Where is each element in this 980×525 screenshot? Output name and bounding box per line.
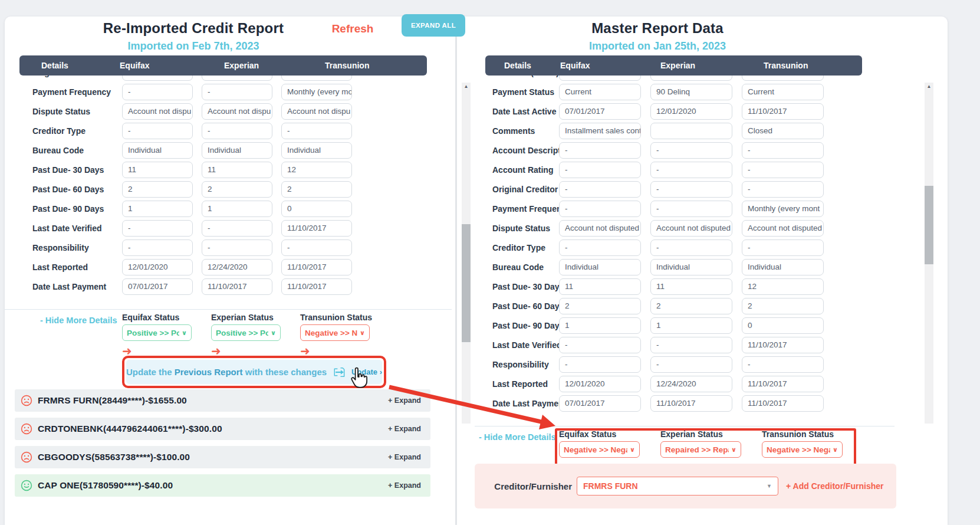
experian-cell-input[interactable]: 12/24/2020 <box>202 259 272 275</box>
equifax-cell-input[interactable]: 11 <box>122 162 193 178</box>
experian-cell-input[interactable]: - <box>202 76 272 81</box>
equifax-cell-input[interactable]: - <box>559 142 641 159</box>
equifax-cell-input[interactable]: 07/01/2017 <box>559 103 641 120</box>
experian-cell-input[interactable]: - <box>650 201 732 217</box>
experian-cell-input[interactable]: 11 <box>650 278 732 295</box>
hide-more-details-link[interactable]: - Hide More Details <box>479 432 556 442</box>
equifax-cell-input[interactable]: - <box>122 76 193 81</box>
transunion-cell-input[interactable]: Individual <box>742 259 824 275</box>
experian-cell-input[interactable]: - <box>650 239 732 256</box>
transunion-cell-input[interactable]: 11/10/2017 <box>742 395 824 412</box>
experian-cell-input[interactable]: 1 <box>202 201 272 217</box>
transunion-cell-input[interactable]: - <box>281 76 352 81</box>
transunion-cell-input[interactable]: 2 <box>281 181 352 198</box>
experian-cell-input[interactable]: - <box>650 337 732 353</box>
experian-cell-input[interactable]: 2 <box>202 181 272 198</box>
transunion-cell-input[interactable]: - <box>281 123 352 139</box>
account-row[interactable]: CRDTONEBNK(444796244061****)-$300.00 + E… <box>15 418 430 440</box>
equifax-cell-input[interactable]: - <box>559 181 641 198</box>
transunion-cell-input[interactable]: Current <box>742 84 824 100</box>
refresh-button[interactable]: Refresh <box>317 22 388 35</box>
transunion-cell-input[interactable]: 11/10/2017 <box>742 103 824 120</box>
equifax-cell-input[interactable]: - <box>559 162 641 178</box>
equifax-cell-input[interactable]: 24 <box>559 76 641 81</box>
left-panel-scrollbar[interactable]: ▲ <box>462 83 471 424</box>
bureau-status-select[interactable]: Negative >> Negativ ∨ <box>762 441 843 458</box>
equifax-cell-input[interactable]: 07/01/2017 <box>559 395 641 412</box>
experian-cell-input[interactable]: 11/10/2017 <box>202 278 272 295</box>
expand-account-link[interactable]: + Expand <box>388 396 421 405</box>
bureau-status-select[interactable]: Negative >> Negative ∨ <box>559 441 640 458</box>
expand-account-link[interactable]: + Expand <box>388 425 421 433</box>
experian-cell-input[interactable]: 12/24/2020 <box>650 376 732 392</box>
equifax-cell-input[interactable]: - <box>122 84 193 100</box>
transunion-cell-input[interactable]: 11/10/2017 <box>742 376 824 392</box>
equifax-cell-input[interactable]: 11 <box>559 278 641 295</box>
transunion-cell-input[interactable]: 11/10/2017 <box>281 220 352 237</box>
equifax-cell-input[interactable]: 07/01/2017 <box>122 278 193 295</box>
equifax-cell-input[interactable]: 12/01/2020 <box>122 259 193 275</box>
transunion-cell-input[interactable]: - <box>281 239 352 256</box>
scrollbar-thumb[interactable] <box>462 224 471 342</box>
equifax-cell-input[interactable]: - <box>559 239 641 256</box>
transunion-cell-input[interactable]: 0 <box>281 201 352 217</box>
equifax-cell-input[interactable]: Installment sales cont <box>559 123 641 139</box>
equifax-cell-input[interactable]: Account not disputed <box>559 220 641 237</box>
experian-cell-input[interactable]: - <box>650 142 732 159</box>
equifax-cell-input[interactable]: - <box>122 239 193 256</box>
bureau-status-select[interactable]: Positive >> Positiv ∨ <box>122 324 192 341</box>
scrollbar-thumb[interactable] <box>925 186 933 264</box>
scroll-up-icon[interactable]: ▲ <box>925 84 933 89</box>
transunion-cell-input[interactable]: 24 <box>742 76 824 81</box>
transunion-cell-input[interactable]: 0 <box>742 317 824 334</box>
update-previous-report-box[interactable]: Update the Previous Report with these ch… <box>122 356 386 388</box>
update-link[interactable]: Update › <box>351 368 382 376</box>
transunion-cell-input[interactable]: Account not dispu <box>281 103 352 120</box>
experian-cell-input[interactable]: - <box>202 123 272 139</box>
transunion-cell-input[interactable]: - <box>742 239 824 256</box>
expand-account-link[interactable]: + Expand <box>388 453 421 461</box>
add-creditor-furnisher-link[interactable]: + Add Creditor/Furnisher <box>786 481 884 491</box>
hide-more-details-link[interactable]: - Hide More Details <box>40 316 117 325</box>
equifax-cell-input[interactable]: - <box>122 220 193 237</box>
transunion-cell-input[interactable]: - <box>742 142 824 159</box>
equifax-cell-input[interactable]: 1 <box>559 317 641 334</box>
bureau-status-select[interactable]: Repaired >> Repaired ∨ <box>660 441 741 458</box>
transunion-cell-input[interactable]: Monthly (every mo <box>281 84 352 100</box>
experian-cell-input[interactable]: Individual <box>202 142 272 159</box>
experian-cell-input[interactable] <box>650 123 732 139</box>
transunion-cell-input[interactable]: 11/10/2017 <box>281 259 352 275</box>
experian-cell-input[interactable]: 11 <box>202 162 272 178</box>
transunion-cell-input[interactable]: Monthly (every mont <box>742 201 824 217</box>
expand-account-link[interactable]: + Expand <box>388 481 421 490</box>
experian-cell-input[interactable]: - <box>202 220 272 237</box>
experian-cell-input[interactable]: Account not dispu <box>202 103 272 120</box>
experian-cell-input[interactable]: Individual <box>650 259 732 275</box>
creditor-furnisher-select[interactable]: FRMRS FURN ▼ <box>577 477 778 496</box>
transunion-cell-input[interactable]: - <box>742 181 824 198</box>
transunion-cell-input[interactable]: - <box>742 162 824 178</box>
transunion-cell-input[interactable]: 12 <box>281 162 352 178</box>
scroll-up-icon[interactable]: ▲ <box>462 84 471 89</box>
experian-cell-input[interactable]: - <box>202 239 272 256</box>
experian-cell-input[interactable]: - <box>650 162 732 178</box>
transunion-cell-input[interactable]: Account not disputed <box>742 220 824 237</box>
bureau-status-select[interactable]: Positive >> Positiv ∨ <box>211 324 281 341</box>
expand-all-button[interactable]: EXPAND ALL <box>402 14 465 37</box>
equifax-cell-input[interactable]: Current <box>559 84 641 100</box>
account-row[interactable]: CAP ONE(51780590****)-$40.00 + Expand <box>15 474 430 497</box>
experian-cell-input[interactable]: 12/01/2020 <box>650 103 732 120</box>
account-row[interactable]: FRMRS FURN(28449****)-$1655.00 + Expand <box>15 389 430 412</box>
transunion-cell-input[interactable]: - <box>742 356 824 373</box>
bureau-status-select[interactable]: Negative >> Nega ∨ <box>300 324 370 341</box>
transunion-cell-input[interactable]: 11/10/2017 <box>742 337 824 353</box>
transunion-cell-input[interactable]: Individual <box>281 142 352 159</box>
experian-cell-input[interactable]: - <box>202 84 272 100</box>
equifax-cell-input[interactable]: Account not dispu <box>122 103 193 120</box>
equifax-cell-input[interactable]: - <box>559 356 641 373</box>
equifax-cell-input[interactable]: Individual <box>122 142 193 159</box>
equifax-cell-input[interactable]: 1 <box>122 201 193 217</box>
equifax-cell-input[interactable]: - <box>122 123 193 139</box>
experian-cell-input[interactable]: - <box>650 181 732 198</box>
equifax-cell-input[interactable]: 12/01/2020 <box>559 376 641 392</box>
